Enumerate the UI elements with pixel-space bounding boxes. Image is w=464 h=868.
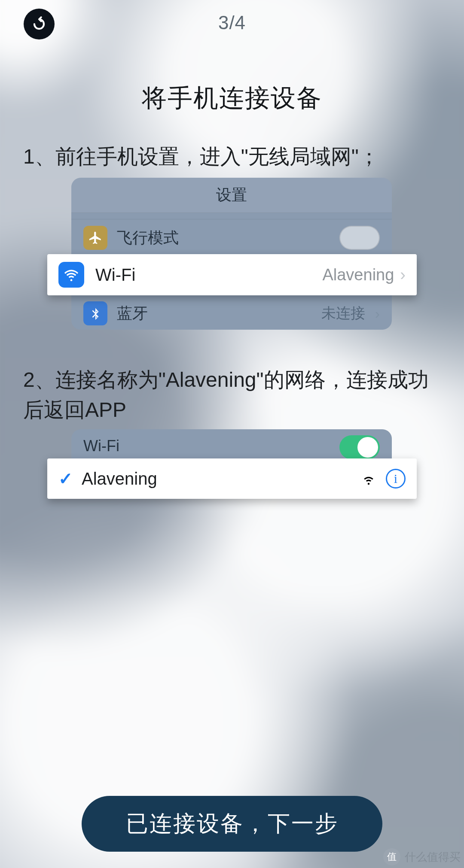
wifi-icon [58,262,84,288]
airplane-icon [83,226,107,250]
next-button[interactable]: 已连接设备，下一步 [82,796,382,852]
airplane-mode-row: 飞行模式 [71,219,392,257]
airplane-toggle-off [339,226,380,250]
watermark-text: 什么值得买 [405,850,461,865]
watermark-badge: 值 [383,848,400,865]
next-button-label: 已连接设备，下一步 [126,809,339,839]
page-indicator: 3/4 [0,12,464,33]
info-icon: i [386,469,406,489]
wifi-value: Alavening [322,266,394,284]
settings-title: 设置 [71,178,392,213]
settings-illustration-panel: 设置 飞行模式 蓝牙 未连接 › [71,178,392,330]
chevron-right-icon: › [400,266,406,284]
wifi-toggle-on [339,435,380,459]
page-title: 将手机连接设备 [0,82,464,115]
wifi-signal-icon [361,471,376,486]
step-2-text: 2、连接名称为"Alavening"的网络，连接成功后返回APP [23,365,441,425]
bluetooth-row: 蓝牙 未连接 › [71,294,392,330]
checkmark-icon: ✓ [58,469,73,489]
wifi-settings-row-highlight: Wi-Fi Alavening › [47,254,417,295]
wifi-label: Wi-Fi [95,265,135,285]
chevron-right-icon: › [375,305,380,322]
airplane-label: 飞行模式 [117,228,179,249]
wifi-network-name: Alavening [82,469,157,489]
step-1-text: 1、前往手机设置，进入"无线局域网"； [23,142,441,172]
wifi-network-row-highlight: ✓ Alavening i [47,458,417,499]
bluetooth-icon [83,301,107,325]
bluetooth-value: 未连接 [321,303,365,323]
wifi-toggle-label: Wi-Fi [83,437,119,455]
bluetooth-label: 蓝牙 [117,303,148,324]
watermark: 值 什么值得买 [383,848,461,865]
